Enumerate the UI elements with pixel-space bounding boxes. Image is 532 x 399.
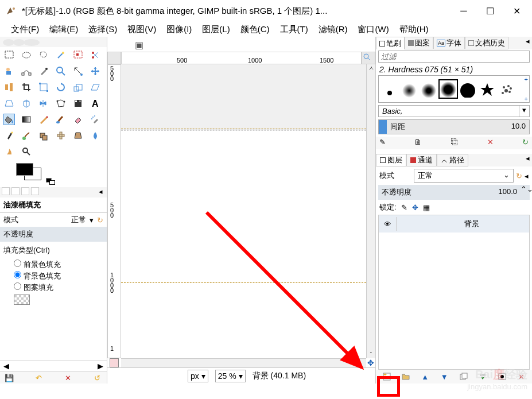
layer-down-icon[interactable]: ▼ xyxy=(437,371,452,382)
lock-pixels-icon[interactable]: ✎ xyxy=(401,203,407,212)
history-tab-icon[interactable] xyxy=(21,187,29,195)
mode-menu-icon[interactable]: ◂ xyxy=(525,172,529,180)
mode-swap-icon[interactable]: ↻ xyxy=(514,172,525,180)
tool-bucket-fill[interactable] xyxy=(3,114,15,125)
fill-bg-radio[interactable]: 背景色填充 xyxy=(14,270,103,282)
tool-heal[interactable] xyxy=(55,130,67,141)
layer-mode-combo[interactable]: 正常⌄ xyxy=(414,169,514,183)
tool-foreground-select[interactable] xyxy=(3,65,15,77)
vertical-ruler[interactable]: 500 500 1000 1 xyxy=(107,64,121,358)
tool-align[interactable] xyxy=(3,82,15,93)
tool-intelligent-scissors[interactable] xyxy=(90,49,101,61)
menu-layer[interactable]: 图层(L) xyxy=(197,23,235,36)
fg-color-swatch[interactable] xyxy=(16,163,33,176)
tool-move[interactable] xyxy=(90,65,101,77)
tool-rotate[interactable] xyxy=(55,82,67,93)
tool-zoom[interactable] xyxy=(55,65,67,77)
menu-tools[interactable]: 工具(T) xyxy=(275,23,313,36)
menu-image[interactable]: 图像(I) xyxy=(161,23,197,36)
pattern-preview[interactable] xyxy=(14,295,30,305)
tool-options-tab-icon[interactable] xyxy=(2,187,10,195)
tool-color-picker[interactable] xyxy=(38,65,49,77)
panel-menu-icon[interactable]: ◂ xyxy=(523,37,532,49)
maximize-button[interactable]: ☐ xyxy=(477,2,503,20)
reset-options-icon[interactable]: ↺ xyxy=(92,373,103,383)
tool-ink[interactable] xyxy=(3,130,15,141)
layer-visibility-icon[interactable]: 👁 xyxy=(379,220,396,228)
menu-view[interactable]: 视图(V) xyxy=(122,23,161,36)
opacity-label[interactable]: 不透明度 xyxy=(0,227,107,242)
tool-eraser[interactable] xyxy=(72,114,84,125)
tool-scale[interactable] xyxy=(72,82,84,93)
tool-airbrush[interactable] xyxy=(90,114,101,125)
tool-magic-wand[interactable] xyxy=(55,49,67,61)
horizontal-ruler[interactable]: 500 1000 1500 xyxy=(121,52,362,64)
device-status-tab-icon[interactable] xyxy=(11,187,20,195)
menu-file[interactable]: 文件(F) xyxy=(6,23,44,36)
minimize-button[interactable]: ─ xyxy=(451,2,477,20)
zoom-combo[interactable]: 25 %▾ xyxy=(215,370,246,382)
image-tab-close-icon[interactable]: ▣ xyxy=(131,38,147,52)
vertical-scrollbar[interactable]: ㅅ ˇ xyxy=(366,64,375,358)
delete-brush-icon[interactable]: ✕ xyxy=(487,138,494,148)
layers-tab[interactable]: 图层 xyxy=(376,154,406,166)
mode-swap-icon[interactable]: ↻ xyxy=(97,216,103,224)
menu-color[interactable]: 颜色(C) xyxy=(235,23,275,36)
brush-item[interactable] xyxy=(477,79,497,99)
tool-clone[interactable] xyxy=(38,130,49,141)
layers-menu-icon[interactable]: ◂ xyxy=(523,154,532,166)
nav-corner[interactable] xyxy=(362,52,375,64)
menu-edit[interactable]: 编辑(E) xyxy=(44,23,83,36)
horizontal-scrollbar[interactable] xyxy=(121,358,366,367)
brush-item[interactable] xyxy=(380,79,399,99)
dock-menu-icon[interactable]: ◂ xyxy=(96,187,105,197)
tool-rect-select[interactable] xyxy=(3,49,15,61)
layer-opacity-slider[interactable]: 不透明度 100.0 ⌃⌄ xyxy=(378,185,530,200)
restore-options-icon[interactable]: ↶ xyxy=(33,373,44,383)
patterns-tab[interactable]: 图案 xyxy=(405,37,433,49)
canvas-area[interactable] xyxy=(121,64,366,358)
color-swatches[interactable] xyxy=(16,163,91,184)
tool-pencil[interactable] xyxy=(38,114,49,125)
save-options-icon[interactable]: 💾 xyxy=(3,373,15,383)
tool-unified-transform[interactable] xyxy=(38,82,49,93)
fill-pattern-radio[interactable]: 图案填充 xyxy=(14,282,103,293)
refresh-brush-icon[interactable]: ↻ xyxy=(522,138,529,148)
brush-item[interactable] xyxy=(497,79,517,99)
channels-tab[interactable]: 通道 xyxy=(406,154,437,166)
brushes-tab[interactable]: 笔刷 xyxy=(376,37,405,49)
ruler-corner[interactable] xyxy=(107,52,121,64)
lock-alpha-icon[interactable]: ▦ xyxy=(423,203,430,212)
tool-mypaint-brush[interactable] xyxy=(21,130,32,141)
brush-grid[interactable]: + + xyxy=(378,75,530,103)
tool-ellipse-select[interactable] xyxy=(21,49,32,61)
brush-filter-input[interactable] xyxy=(378,51,530,63)
fill-fg-radio[interactable]: 前景色填充 xyxy=(14,259,103,270)
navigate-icon[interactable]: ✥ xyxy=(366,358,375,367)
mode-value[interactable]: 正常 xyxy=(71,215,86,225)
tool-3d-transform[interactable] xyxy=(21,98,32,109)
layer-up-icon[interactable]: ▲ xyxy=(418,371,433,382)
layer-name[interactable]: 背景 xyxy=(414,219,529,229)
fonts-tab[interactable]: Aa字体 xyxy=(433,37,465,49)
paths-tab[interactable]: 路径 xyxy=(437,154,468,166)
scroll-left-icon[interactable]: ◀ xyxy=(3,362,9,370)
tool-crop[interactable] xyxy=(21,82,32,93)
mode-dropdown-icon[interactable]: ▾ xyxy=(90,216,94,224)
lock-position-icon[interactable]: ✥ xyxy=(412,203,418,212)
tool-dodge[interactable] xyxy=(21,146,32,157)
tool-paintbrush[interactable] xyxy=(55,114,67,125)
brush-item[interactable] xyxy=(399,79,419,99)
brush-item[interactable] xyxy=(419,79,438,99)
tool-warp[interactable] xyxy=(72,98,84,109)
brush-item[interactable] xyxy=(458,79,477,99)
tool-by-color[interactable] xyxy=(72,49,84,61)
unit-combo[interactable]: px▾ xyxy=(188,370,208,382)
menu-filters[interactable]: 滤镜(R) xyxy=(313,23,353,36)
images-tab-icon[interactable] xyxy=(31,187,39,195)
tool-gradient[interactable] xyxy=(21,114,32,125)
menu-help[interactable]: 帮助(H) xyxy=(394,23,434,36)
tool-perspective[interactable] xyxy=(3,98,15,109)
brush-item-selected[interactable] xyxy=(438,79,458,99)
tool-smudge[interactable] xyxy=(3,146,15,157)
